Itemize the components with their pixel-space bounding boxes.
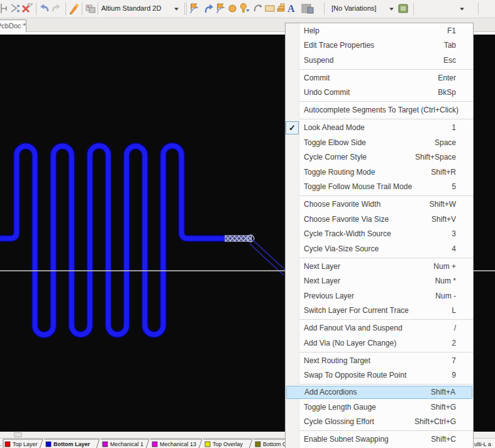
svg-text:Top Overlay: Top Overlay <box>213 441 243 447</box>
svg-text:.: . <box>0 441 2 447</box>
svg-text:ulti-L a: ulti-L a <box>474 441 491 447</box>
svg-text:Bottom Layer: Bottom Layer <box>53 441 91 447</box>
svg-text:Mechanical 1: Mechanical 1 <box>110 441 143 447</box>
svg-text:A: A <box>287 3 295 14</box>
svg-text:Top Layer: Top Layer <box>13 441 38 447</box>
svg-text:Mechanical 13: Mechanical 13 <box>160 441 196 447</box>
